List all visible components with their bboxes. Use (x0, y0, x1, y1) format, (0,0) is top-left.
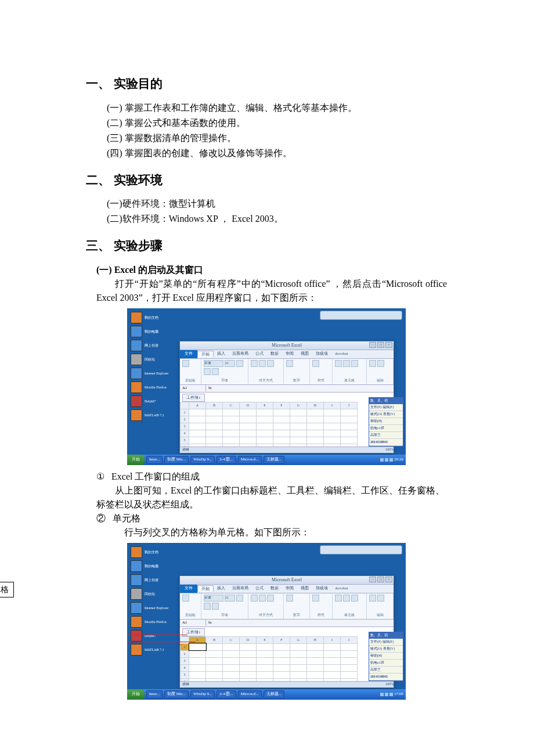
row-header-1[interactable]: 1 (181, 643, 189, 650)
col-header[interactable]: J (341, 402, 358, 409)
row-header[interactable]: 3 (181, 657, 189, 664)
align-icon[interactable] (259, 360, 266, 367)
col-header[interactable]: B (206, 402, 223, 409)
taskbar-item[interactable]: Inter... (146, 456, 163, 464)
select-all[interactable] (181, 636, 189, 643)
tab-insert[interactable]: 插入 (214, 585, 229, 592)
taskbar-item[interactable]: 无标题... (264, 456, 284, 464)
tab-review[interactable]: 审阅 (282, 585, 297, 592)
insert-button[interactable] (335, 360, 342, 367)
taskbar-item[interactable]: WinZip 9... (190, 456, 215, 464)
col-header[interactable]: C (223, 402, 240, 409)
row-header[interactable]: 6 (181, 678, 189, 681)
spreadsheet-grid[interactable]: A B C D E F G H I J 1 (180, 636, 394, 681)
tab-acrobat[interactable]: Acrobat (331, 351, 352, 357)
tab-acrobat[interactable]: Acrobat (331, 585, 352, 592)
col-header-a[interactable]: A (189, 636, 206, 643)
taskbar-item[interactable]: 制度 Mic... (164, 456, 189, 464)
format-button[interactable] (351, 595, 358, 602)
tab-insert[interactable]: 插入 (214, 351, 229, 357)
close-icon[interactable]: × (385, 342, 392, 348)
col-header[interactable]: D (240, 636, 257, 643)
row-header[interactable]: 2 (181, 650, 189, 657)
row-header[interactable]: 2 (181, 416, 189, 423)
taskbar-item[interactable]: Microsof... (238, 690, 262, 699)
cell-a1[interactable] (189, 643, 206, 650)
minimize-icon[interactable]: – (369, 342, 376, 348)
style-icon[interactable] (312, 360, 319, 367)
tab-view[interactable]: 视图 (297, 585, 312, 592)
col-header[interactable]: I (324, 402, 341, 409)
align-icon[interactable] (251, 360, 258, 367)
italic-icon[interactable] (204, 603, 211, 610)
start-button[interactable]: 开始 (127, 455, 145, 465)
fontsize-selector[interactable]: 11 (225, 360, 235, 367)
number-icon[interactable] (286, 360, 293, 367)
row-header[interactable]: 5 (181, 437, 189, 444)
col-header[interactable]: B (206, 636, 223, 643)
italic-icon[interactable] (204, 368, 211, 375)
align-icon[interactable] (267, 360, 274, 367)
col-header[interactable]: C (223, 636, 240, 643)
row-header[interactable]: 5 (181, 671, 189, 678)
minimize-icon[interactable]: – (369, 577, 376, 582)
tab-data[interactable]: 数据 (267, 585, 282, 592)
name-box[interactable]: A1 (180, 385, 206, 391)
select-all[interactable] (181, 402, 189, 409)
paste-icon[interactable] (182, 360, 189, 367)
workbook-tab[interactable]: 工作簿1 (182, 628, 205, 637)
format-button[interactable] (351, 360, 358, 367)
sort-button[interactable] (369, 595, 376, 602)
fontsize-selector[interactable]: 11 (225, 595, 235, 602)
taskbar-item[interactable]: 无标题... (264, 690, 284, 699)
align-icon[interactable] (259, 595, 266, 602)
tab-file[interactable]: 文件 (180, 350, 197, 358)
row-header[interactable]: 6 (181, 444, 189, 447)
bold-icon[interactable] (236, 360, 243, 367)
tab-layout[interactable]: 页面布局 (229, 351, 252, 357)
font-selector[interactable]: 宋体 (204, 360, 223, 367)
taskbar-item[interactable]: 2-4 图... (217, 690, 236, 699)
close-icon[interactable]: × (385, 577, 392, 582)
col-header[interactable]: D (240, 402, 257, 409)
col-header[interactable]: A (189, 402, 206, 409)
col-header[interactable]: E (257, 402, 273, 409)
taskbar-item[interactable]: 制度 Mic... (164, 690, 189, 699)
row-header[interactable]: 4 (181, 430, 189, 437)
underline-icon[interactable] (212, 368, 219, 375)
sort-button[interactable] (369, 360, 376, 367)
find-button[interactable] (377, 595, 384, 602)
col-header[interactable]: H (307, 636, 324, 643)
number-icon[interactable] (286, 595, 293, 602)
tab-home[interactable]: 开始 (197, 351, 214, 358)
tab-file[interactable]: 文件 (180, 585, 197, 593)
font-selector[interactable]: 宋体 (204, 595, 223, 602)
taskbar-item[interactable]: Inter... (146, 690, 163, 699)
tab-formula[interactable]: 公式 (252, 351, 267, 357)
row-header[interactable]: 3 (181, 423, 189, 430)
tab-formula[interactable]: 公式 (252, 585, 267, 592)
tab-data[interactable]: 数据 (267, 351, 282, 357)
col-header[interactable]: F (273, 402, 290, 409)
taskbar-item[interactable]: WinZip 9... (190, 690, 215, 699)
delete-button[interactable] (343, 360, 350, 367)
delete-button[interactable] (343, 595, 350, 602)
name-box[interactable]: A1 (180, 620, 206, 626)
paste-icon[interactable] (182, 595, 189, 602)
maximize-icon[interactable]: □ (377, 342, 384, 348)
col-header[interactable]: G (290, 402, 307, 409)
col-header[interactable]: I (324, 636, 341, 643)
underline-icon[interactable] (212, 603, 219, 610)
align-icon[interactable] (251, 595, 258, 602)
fx-button[interactable]: fx (206, 385, 214, 391)
tab-addin[interactable]: 加载项 (312, 585, 331, 592)
style-icon[interactable] (312, 595, 319, 602)
find-button[interactable] (377, 360, 384, 367)
taskbar-item[interactable]: Microsof... (238, 456, 262, 464)
align-icon[interactable] (267, 595, 274, 602)
row-header[interactable]: 4 (181, 664, 189, 671)
start-button[interactable]: 开始 (127, 689, 145, 700)
insert-button[interactable] (335, 595, 342, 602)
col-header[interactable]: E (257, 636, 273, 643)
fx-button[interactable]: fx (206, 620, 214, 626)
